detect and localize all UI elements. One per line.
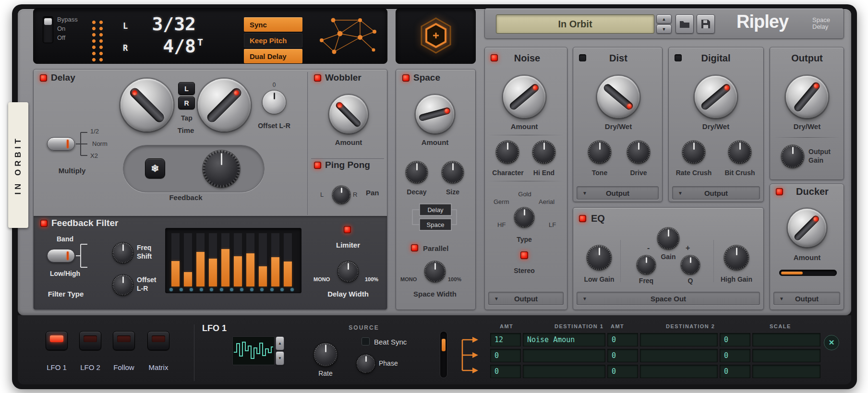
bit-crush-knob[interactable] (729, 141, 751, 163)
tab-follow[interactable] (113, 331, 135, 350)
matrix-scale-cell[interactable] (752, 365, 820, 378)
feedback-filter-enable-led[interactable] (40, 220, 48, 227)
wobbler-amount-knob[interactable] (329, 95, 368, 133)
matrix-cell[interactable]: 0 (490, 349, 521, 362)
drive-knob[interactable] (627, 141, 650, 163)
matrix-cell[interactable] (523, 349, 605, 362)
delay-link-r-button[interactable]: R (178, 96, 195, 109)
matrix-cell[interactable]: 0 (607, 333, 638, 346)
matrix-cell[interactable]: 0 (720, 333, 750, 346)
dual-delay-button[interactable]: Dual Delay (244, 49, 302, 63)
delay-time-right-knob[interactable] (198, 79, 251, 131)
eq-space-out-selector[interactable]: ▼ Space Out (577, 292, 760, 305)
lfo-phase-knob[interactable] (357, 355, 375, 373)
matrix-cell[interactable]: 0 (607, 349, 638, 362)
matrix-cell[interactable] (640, 365, 718, 378)
space-enable-led[interactable] (402, 74, 410, 82)
space-amount-knob[interactable] (416, 95, 454, 133)
delay-enable-led[interactable] (40, 74, 47, 82)
matrix-cell[interactable]: 12 (490, 333, 521, 346)
bypass-switch-handle[interactable] (44, 18, 52, 25)
freeze-button[interactable]: ❄ (145, 158, 165, 179)
noise-output-selector[interactable]: ▼ Output (488, 292, 564, 305)
limiter-led[interactable] (344, 226, 351, 233)
tab-lfo2[interactable] (79, 331, 101, 350)
tab-matrix-label[interactable]: Matrix (149, 363, 169, 371)
output-drywet-knob[interactable] (786, 76, 828, 118)
tab-lfo1[interactable] (46, 331, 68, 350)
wobbler-enable-led[interactable] (314, 74, 321, 82)
tap-button[interactable]: Tap (181, 114, 193, 122)
dist-drywet-knob[interactable] (597, 76, 639, 118)
matrix-cell[interactable]: 0 (490, 365, 521, 378)
tab-lfo1-label[interactable]: LFO 1 (47, 363, 67, 371)
eq-q-knob[interactable] (681, 256, 699, 274)
tab-lfo2-label[interactable]: LFO 2 (80, 363, 100, 371)
pan-knob[interactable] (333, 186, 350, 203)
parallel-led[interactable] (411, 244, 418, 251)
filter-spectrum-display[interactable] (165, 228, 301, 293)
lfo-wave-down-button[interactable]: ▼ (276, 351, 284, 365)
bypass-switch[interactable] (43, 16, 53, 43)
eq-gain-knob[interactable] (658, 228, 679, 249)
feedback-knob[interactable] (203, 151, 240, 187)
dist-enable-led[interactable] (579, 54, 586, 61)
character-knob[interactable] (496, 141, 518, 163)
multiply-switch[interactable] (47, 137, 75, 151)
noise-amount-knob[interactable] (503, 76, 545, 118)
ducker-amount-knob[interactable] (788, 209, 826, 247)
delay-time-left-knob[interactable] (121, 79, 173, 131)
noise-type-knob[interactable] (515, 208, 534, 227)
sync-button[interactable]: Sync (244, 17, 302, 32)
matrix-cell[interactable] (523, 365, 605, 378)
lfo-waveform-display[interactable] (232, 336, 275, 365)
high-gain-knob[interactable] (724, 246, 748, 270)
matrix-cell[interactable] (640, 333, 718, 346)
keep-pitch-button[interactable]: Keep Pitch (244, 33, 302, 48)
ducker-output-selector[interactable]: ▼ Output (773, 292, 840, 305)
lfo-rate-knob[interactable] (314, 343, 337, 366)
ducker-enable-led[interactable] (776, 188, 783, 195)
delay-link-l-button[interactable]: L (178, 82, 195, 95)
matrix-scale-cell[interactable] (752, 333, 820, 346)
matrix-cell[interactable] (640, 349, 718, 362)
filter-type-switch[interactable] (47, 249, 75, 262)
stereo-led-button[interactable] (520, 251, 528, 259)
matrix-cell[interactable]: 0 (720, 365, 750, 378)
low-gain-knob[interactable] (587, 246, 611, 270)
routing-diagram[interactable]: Delay Space (410, 203, 459, 234)
digital-drywet-knob[interactable] (695, 76, 737, 118)
ducker-threshold-slider[interactable] (779, 270, 837, 276)
preset-down-button[interactable]: ▼ (656, 24, 672, 34)
matrix-cell[interactable]: Noise Amoun (523, 333, 605, 346)
offset-lr-knob[interactable] (263, 91, 286, 114)
matrix-scale-cell[interactable] (752, 349, 820, 362)
tab-follow-label[interactable]: Follow (113, 363, 134, 371)
matrix-close-button[interactable]: ✕ (824, 335, 839, 350)
mod-amount-slider[interactable] (440, 331, 447, 378)
freq-shift-knob[interactable] (113, 243, 133, 263)
noise-enable-led[interactable] (491, 54, 498, 61)
tone-knob[interactable] (589, 141, 611, 163)
hi-end-knob[interactable] (533, 141, 555, 163)
filter-offset-knob[interactable] (113, 275, 133, 295)
matrix-cell[interactable]: 0 (720, 349, 750, 362)
rate-crush-knob[interactable] (683, 141, 705, 163)
size-knob[interactable] (442, 162, 463, 183)
load-preset-button[interactable] (675, 14, 694, 34)
preset-display[interactable]: In Orbit (496, 14, 654, 34)
digital-enable-led[interactable] (675, 54, 682, 61)
beat-sync-checkbox[interactable] (362, 337, 370, 345)
matrix-cell[interactable]: 0 (607, 365, 638, 378)
save-preset-button[interactable] (697, 14, 715, 34)
pingpong-enable-led[interactable] (314, 162, 321, 169)
preset-up-button[interactable]: ▲ (656, 14, 672, 24)
decay-knob[interactable] (406, 162, 427, 183)
lfo-wave-up-button[interactable]: ▲ (276, 336, 284, 350)
eq-freq-knob[interactable] (637, 256, 655, 274)
output-gain-knob[interactable] (782, 145, 804, 167)
mod-slider-handle[interactable] (442, 339, 446, 351)
delay-width-knob[interactable] (338, 262, 358, 282)
tab-matrix[interactable] (147, 331, 169, 350)
digital-output-selector[interactable]: ▼ Output (672, 186, 760, 200)
